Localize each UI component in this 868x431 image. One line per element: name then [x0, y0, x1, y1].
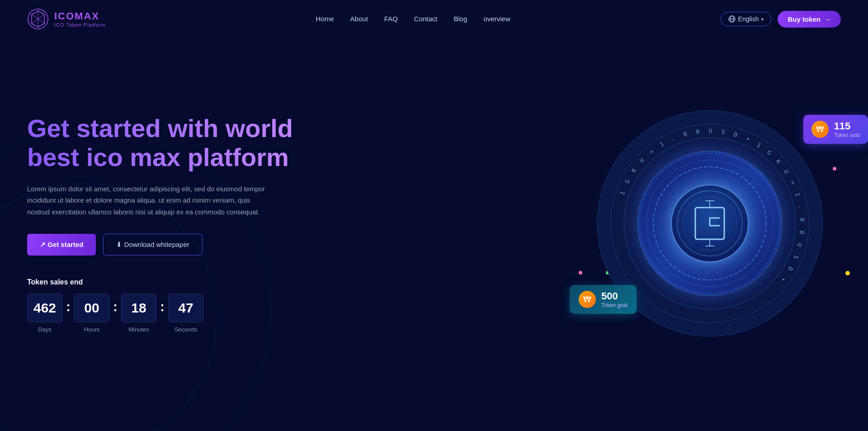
hero-paragraph: Lorem ipsum dolor sit amet, consectetur … [27, 183, 271, 218]
nav-faq[interactable]: FAQ [384, 15, 398, 23]
coin-center [660, 174, 760, 273]
countdown-days: 462 Days [27, 294, 62, 333]
countdown-seconds: 47 Seconds [168, 294, 203, 333]
hero-buttons: ↗ Get started ⬇ Download whitepaper [27, 234, 293, 256]
countdown-row: 462 Days : 00 Hours : 18 Minutes : 47 Se… [27, 294, 293, 333]
dot-yellow [845, 271, 850, 275]
nav-links: Home About FAQ Contact Blog overview [316, 15, 510, 23]
token-sold-label: Token sold [834, 132, 860, 138]
arrow-right-icon: → [824, 15, 831, 23]
download-whitepaper-button[interactable]: ⬇ Download whitepaper [103, 234, 202, 256]
logo[interactable]: ICOMAX ICO Token Platform [27, 8, 106, 30]
days-value: 462 [27, 294, 62, 322]
language-button[interactable]: English ▾ [721, 12, 772, 26]
get-started-button[interactable]: ↗ Get started [27, 234, 96, 256]
hero-heading-line2: best ico max platform [27, 143, 289, 171]
logo-icon [27, 8, 49, 30]
logo-text: ICOMAX ICO Token Platform [54, 10, 106, 28]
hours-value: 00 [74, 294, 109, 322]
nav-home[interactable]: Home [316, 15, 334, 23]
token-goal-info: 500 Token goal [601, 290, 627, 308]
hours-label: Hours [84, 326, 100, 333]
hero-heading-line1: Get started with world [27, 114, 293, 142]
token-goal-label: Token goal [601, 302, 627, 308]
logo-title: ICOMAX [54, 10, 106, 22]
language-label: English [738, 15, 759, 23]
globe-icon [728, 15, 736, 23]
seconds-label: Seconds [175, 326, 198, 333]
separator-1: : [62, 299, 74, 314]
nav-right: English ▾ Buy token → [721, 11, 841, 28]
hero-section: Get started with world best ico max plat… [0, 38, 868, 418]
minutes-label: Minutes [128, 326, 149, 333]
hero-heading: Get started with world best ico max plat… [27, 114, 293, 172]
logo-subtitle: ICO Token Platform [54, 22, 106, 28]
dot-pink-2 [833, 167, 836, 171]
token-goal-number: 500 [601, 290, 627, 302]
token-sales-section: Token sales end 462 Days : 00 Hours : 18… [27, 278, 293, 333]
token-sales-label: Token sales end [27, 278, 293, 286]
seconds-value: 47 [168, 294, 203, 322]
nav-about[interactable]: About [350, 15, 368, 23]
navbar: ICOMAX ICO Token Platform Home About FAQ… [0, 0, 868, 38]
nav-blog[interactable]: Blog [454, 15, 467, 23]
nav-contact[interactable]: Contact [414, 15, 438, 23]
buy-token-label: Buy token [788, 15, 821, 23]
chevron-down-icon: ▾ [761, 17, 764, 22]
days-label: Days [38, 326, 52, 333]
dot-pink [579, 271, 582, 275]
separator-2: : [109, 299, 121, 314]
countdown-minutes: 18 Minutes [121, 294, 156, 333]
hero-right: ₩ 115 Token sold 1 G K U = 1 . 0 0 U S D… [579, 79, 841, 368]
token-sold-info: 115 Token sold [834, 120, 860, 138]
hero-left: Get started with world best ico max plat… [27, 114, 293, 333]
token-goal-badge: ₩ 500 Token goal [570, 285, 637, 314]
token-goal-icon: ₩ [579, 291, 596, 308]
countdown-hours: 00 Hours [74, 294, 109, 333]
minutes-value: 18 [121, 294, 156, 322]
coin-svg [669, 183, 750, 264]
token-sold-number: 115 [834, 120, 860, 132]
separator-3: : [156, 299, 168, 314]
nav-overview[interactable]: overview [484, 15, 510, 23]
buy-token-button[interactable]: Buy token → [778, 11, 841, 28]
